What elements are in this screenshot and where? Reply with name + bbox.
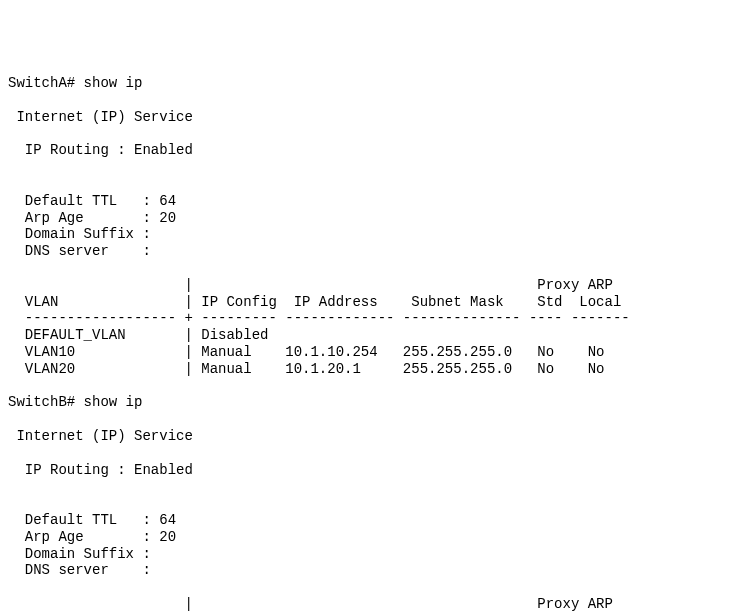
table-row: DEFAULT_VLAN | Disabled [8,327,268,343]
ip-service-header: Internet (IP) Service [8,428,193,444]
ip-service-header: Internet (IP) Service [8,109,193,125]
vlan-table-header-cols: VLAN | IP Config IP Address Subnet Mask … [8,294,621,310]
vlan-table-rule: ------------------ + --------- ---------… [8,310,630,326]
default-ttl-label: Default TTL : [8,512,159,528]
terminal-output: SwitchA# show ip Internet (IP) Service I… [8,75,723,612]
default-ttl-label: Default TTL : [8,193,159,209]
arp-age-value: 20 [159,529,176,545]
domain-suffix-line: Domain Suffix : [8,546,151,562]
ip-routing-line: IP Routing : Enabled [8,142,193,158]
table-row: VLAN20 | Manual 10.1.20.1 255.255.255.0 … [8,361,605,377]
ip-routing-line: IP Routing : Enabled [8,462,193,478]
vlan-table-header-proxy: | Proxy ARP [8,596,613,612]
switch-a-prompt: SwitchA# show ip [8,75,142,91]
switch-b-prompt: SwitchB# show ip [8,394,142,410]
domain-suffix-line: Domain Suffix : [8,226,151,242]
dns-server-line: DNS server : [8,562,151,578]
arp-age-value: 20 [159,210,176,226]
arp-age-label: Arp Age : [8,529,159,545]
vlan-table-header-proxy: | Proxy ARP [8,277,613,293]
table-row: VLAN10 | Manual 10.1.10.254 255.255.255.… [8,344,605,360]
dns-server-line: DNS server : [8,243,151,259]
default-ttl-value: 64 [159,512,176,528]
default-ttl-value: 64 [159,193,176,209]
arp-age-label: Arp Age : [8,210,159,226]
